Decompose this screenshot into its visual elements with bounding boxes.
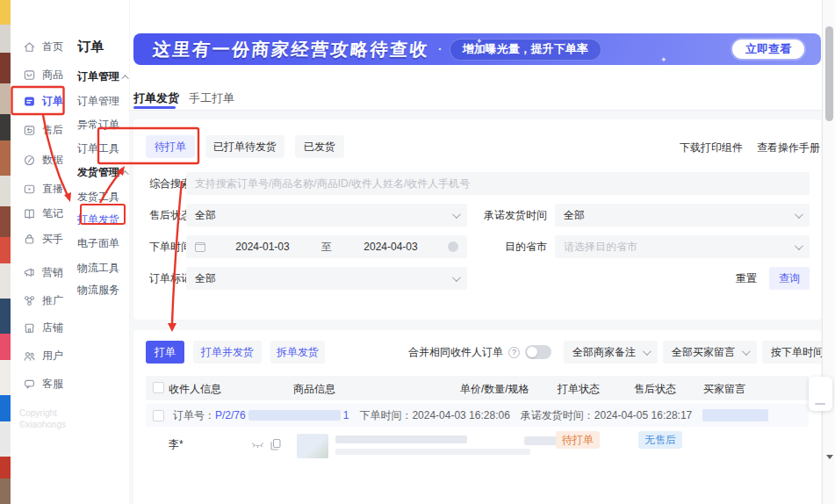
promise-time-select[interactable]: 全部 (555, 204, 810, 227)
print-and-ship-button[interactable]: 打单并发货 (193, 341, 262, 364)
split-ship-button[interactable]: 拆单发货 (270, 341, 325, 364)
clear-date-icon[interactable] (448, 241, 458, 252)
order-time-from[interactable]: 2024-01-03 (205, 241, 320, 253)
col-buyer-message: 买家留言 (703, 382, 745, 397)
rail-item-notes[interactable]: 笔记 (23, 205, 63, 221)
active-tab-underline (133, 106, 176, 109)
download-print-plugin-link[interactable]: 下载打印组件 (680, 140, 743, 155)
aftersale-status-select[interactable]: 全部 (186, 204, 467, 227)
order-checkbox[interactable] (153, 410, 164, 421)
floating-widget[interactable] (809, 377, 832, 411)
query-button[interactable]: 查询 (769, 267, 810, 290)
subnav-item-order-tools[interactable]: 订单工具 (77, 141, 119, 156)
promotion-icon (23, 294, 36, 307)
subnav-item-order-management[interactable]: 订单管理 (77, 94, 119, 109)
rail-item-aftersale[interactable]: 售后 (23, 122, 63, 138)
destination-label: 目的省市 (467, 235, 547, 258)
rail-label: 推广 (42, 293, 63, 308)
scrollbar[interactable] (822, 0, 835, 504)
buyer-message-filter-select[interactable]: 全部买家留言 (663, 341, 757, 364)
subnav-group-order-management[interactable]: 订单管理 (77, 69, 129, 84)
subnav-item-logistics-service[interactable]: 物流服务 (77, 283, 119, 298)
order-no-tail: 1 (343, 409, 349, 421)
placed-time-label: 下单时间： (359, 408, 412, 423)
rail-item-orders[interactable]: 订单 (23, 93, 63, 109)
rail-label: 直播 (42, 182, 63, 197)
rail-item-buyer[interactable]: 买手 (23, 231, 63, 247)
subnav-item-ship-tools[interactable]: 发货工具 (77, 190, 119, 205)
col-recipient: 收件人信息 (169, 382, 221, 397)
search-input[interactable] (186, 172, 810, 195)
select-all-checkbox[interactable] (153, 382, 164, 393)
banner-cta-button[interactable]: 立即查看 (732, 40, 804, 59)
live-icon (23, 183, 36, 196)
merchant-note-filter-select[interactable]: 全部商家备注 (564, 341, 658, 364)
calendar-icon (195, 242, 205, 252)
tab-manual-print[interactable]: 手工打单 (189, 90, 234, 106)
order-subnav: 订单 订单管理 订单管理 异常订单 订单工具 发货管理 发货工具 打单发货 电子… (66, 0, 130, 504)
merchant-note-filter-value: 全部商家备注 (572, 345, 636, 360)
rail-item-live[interactable]: 直播 (23, 181, 63, 197)
note-icon (23, 207, 36, 220)
destination-select[interactable]: 请选择目的省市 (555, 235, 810, 258)
reveal-eye-icon[interactable] (251, 441, 264, 450)
promise-time-label: 承诺发货时间： (521, 408, 594, 423)
merge-toggle-label: 合并相同收件人订单 (408, 345, 503, 360)
promise-time-label: 承诺发货时间 (467, 204, 547, 227)
scrollbar-thumb[interactable] (825, 26, 833, 121)
table-header: 收件人信息 商品信息 单价/数量/规格 打单状态 售后状态 买家留言 (146, 376, 809, 400)
subtab-shipped[interactable]: 已发货 (295, 135, 344, 158)
buyer-message-filter-value: 全部买家留言 (672, 345, 735, 360)
rail-item-users[interactable]: 用户 (23, 348, 63, 364)
screen: 首页 商品 订单 售后 数据 直播 笔记 买手 (0, 0, 835, 504)
merge-toggle[interactable] (525, 345, 551, 359)
goods-icon (23, 68, 36, 82)
print-button[interactable]: 打单 (146, 341, 184, 364)
rail-item-service[interactable]: 客服 (23, 376, 63, 392)
promo-banner[interactable]: 这里有一份商家经营攻略待查收 · 增加曝光量，提升下单率 ✦ ✦ 立即查看 (133, 33, 821, 65)
order-time-to[interactable]: 2024-04-03 (334, 241, 448, 253)
subnav-group-label: 发货管理 (77, 165, 119, 180)
subnav-item-print-ship[interactable]: 打单发货 (77, 212, 119, 227)
rail-item-goods[interactable]: 商品 (23, 67, 63, 83)
background-window-strip (0, 0, 11, 504)
view-manual-link[interactable]: 查看操作手册 (757, 140, 820, 155)
data-icon (23, 154, 36, 167)
banner-headline: 这里有一份商家经营攻略待查收 (152, 38, 430, 61)
order-time-range-picker[interactable]: 2024-01-03 至 2024-04-03 (186, 235, 467, 258)
copy-icon[interactable] (270, 438, 281, 450)
rail-label: 订单 (42, 94, 63, 109)
rail-item-marketing[interactable]: 营销 (23, 264, 63, 280)
destination-placeholder: 请选择目的省市 (564, 240, 795, 255)
service-icon (23, 378, 36, 391)
question-mark-icon[interactable] (508, 347, 520, 358)
rail-label: 店铺 (42, 320, 63, 335)
rail-item-promotion[interactable]: 推广 (23, 292, 63, 308)
subtab-pending-print[interactable]: 待打单 (146, 135, 195, 158)
subnav-group-ship-management[interactable]: 发货管理 (77, 165, 129, 180)
buyer-icon (23, 233, 36, 246)
col-aftersale-status: 售后状态 (634, 382, 676, 397)
aftersale-status-value: 全部 (195, 208, 452, 223)
product-spec-redacted (335, 449, 530, 455)
tab-print-ship[interactable]: 打单发货 (133, 90, 179, 106)
order-mark-value: 全部 (195, 271, 452, 286)
rail-label: 笔记 (42, 206, 63, 221)
subnav-item-e-waybill[interactable]: 电子面单 (77, 236, 119, 251)
icon-rail: 首页 商品 订单 售后 数据 直播 笔记 买手 (11, 0, 66, 504)
subnav-item-logistics-tools[interactable]: 物流工具 (77, 261, 119, 276)
rail-item-data[interactable]: 数据 (23, 152, 63, 168)
reset-button[interactable]: 重置 (736, 267, 757, 290)
order-mark-select[interactable]: 全部 (186, 267, 467, 290)
sparkle-icon: ✦ (660, 55, 667, 64)
chevron-down-icon (452, 210, 461, 219)
aftersale-status-label: 售后状态 (149, 204, 191, 227)
subnav-item-abnormal-orders[interactable]: 异常订单 (77, 118, 119, 133)
shop-icon (23, 321, 36, 335)
subtab-printed-unshipped[interactable]: 已打单待发货 (205, 135, 284, 158)
rail-item-shop[interactable]: 店铺 (23, 320, 63, 335)
scroll-down-arrow-icon[interactable] (826, 455, 833, 459)
rail-label: 商品 (42, 68, 63, 83)
rail-item-home[interactable]: 首页 (23, 39, 63, 54)
col-print-status: 打单状态 (558, 382, 600, 397)
